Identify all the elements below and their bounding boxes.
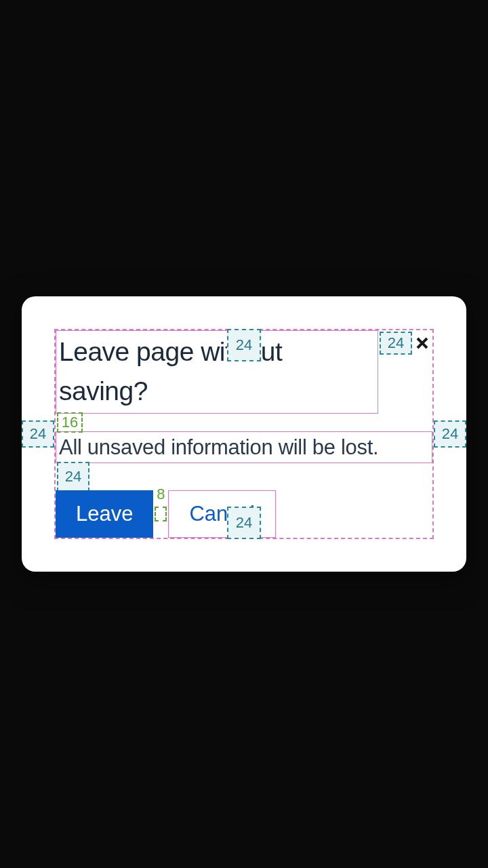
close-button[interactable]	[413, 334, 431, 352]
modal-inner: 24 24 24 24 24 Leave page wit	[22, 329, 466, 539]
gap-guide-body-buttons: 24	[57, 462, 89, 492]
padding-guide-right: 24	[434, 420, 466, 448]
padding-guide-bottom: 24	[227, 507, 261, 539]
margin-guide-title-body: 16	[57, 412, 83, 433]
modal-body: All unsaved information will be lost.	[59, 433, 429, 462]
padding-value: 24	[236, 336, 252, 354]
padding-guide-left: 24	[22, 420, 54, 448]
gap-value: 8	[157, 486, 165, 503]
padding-value: 24	[30, 425, 46, 443]
margin-value: 16	[62, 414, 78, 431]
padding-value: 24	[236, 514, 252, 532]
confirmation-modal: 24 24 24 24 24 Leave page wit	[22, 296, 466, 572]
close-gap-guide: 24	[380, 332, 412, 355]
padding-value: 24	[442, 425, 458, 443]
gap-box-icon	[155, 507, 167, 521]
body-container: All unsaved information will be lost.	[56, 431, 432, 463]
button-gap-guide: 8	[153, 502, 168, 526]
close-icon	[414, 335, 430, 351]
padding-guide-top: 24	[227, 329, 261, 361]
gap-value: 24	[65, 468, 81, 486]
close-row: 24	[380, 332, 431, 355]
leave-button[interactable]: Leave	[56, 490, 153, 538]
title-container: Leave page without saving?	[56, 330, 378, 414]
modal-title: Leave page without saving?	[59, 332, 375, 412]
gap-value: 24	[388, 334, 404, 352]
